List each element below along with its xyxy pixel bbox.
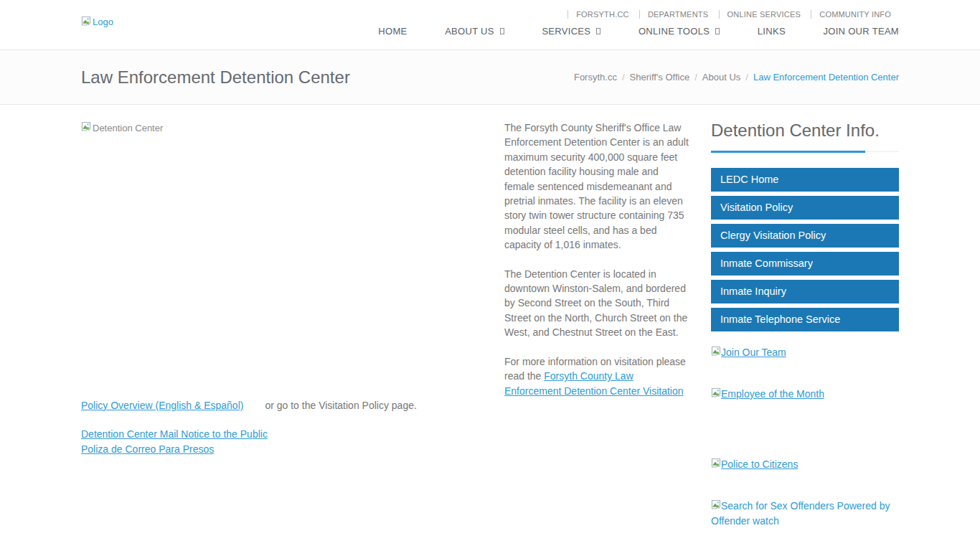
dropdown-box-icon [715, 28, 720, 34]
nav-join-our-team[interactable]: JOIN OUR TEAM [823, 26, 899, 37]
utility-nav-online-services[interactable]: ONLINE SERVICES [719, 10, 809, 19]
breadcrumb-sheriffs-office[interactable]: Sheriff's Office [630, 72, 690, 83]
employee-of-the-month-link[interactable]: Employee of the Month [711, 387, 899, 402]
poliza-correo-link[interactable]: Poliza de Correo Para Presos [81, 442, 214, 456]
broken-image-icon [711, 347, 721, 358]
utility-nav-departments[interactable]: DEPARTMENTS [639, 10, 716, 19]
dropdown-box-icon [596, 28, 600, 34]
breadcrumb-current: Law Enforcement Detention Center [753, 72, 899, 83]
mail-notice-links: Detention Center Mail Notice to the Publ… [81, 427, 689, 456]
breadcrumb: Forsyth.cc/Sheriff's Office/About Us/Law… [574, 72, 899, 83]
site-header: Logo FORSYTH.CC DEPARTMENTS ONLINE SERVI… [0, 0, 980, 50]
nav-links[interactable]: LINKS [758, 26, 786, 37]
nav-home[interactable]: HOME [378, 26, 407, 37]
sidebar-button-inmate-telephone-service[interactable]: Inmate Telephone Service [711, 308, 899, 331]
broken-image-icon [711, 458, 721, 470]
dropdown-box-icon [500, 28, 504, 34]
utility-nav-forsyth-cc[interactable]: FORSYTH.CC [567, 10, 637, 19]
utility-nav: FORSYTH.CC DEPARTMENTS ONLINE SERVICES C… [81, 10, 899, 19]
mail-notice-link[interactable]: Detention Center Mail Notice to the Publ… [81, 427, 268, 441]
join-our-team-link[interactable]: Join Our Team [711, 345, 899, 360]
sidebar-button-clergy-visitation-policy[interactable]: Clergy Visitation Policy [711, 224, 899, 248]
breadcrumb-forsyth-cc[interactable]: Forsyth.cc [574, 72, 617, 83]
sidebar-detention-center-info: Detention Center Info. LEDC Home Visitat… [711, 121, 899, 529]
main-content: Detention Center The Forsyth County Sher… [81, 121, 689, 471]
nav-online-tools[interactable]: ONLINE TOOLS [639, 26, 720, 37]
detention-center-image: Detention Center [81, 121, 163, 136]
broken-image-icon [81, 16, 91, 28]
utility-nav-community-info[interactable]: COMMUNITY INFO [811, 10, 899, 19]
nav-services[interactable]: SERVICES [542, 26, 600, 37]
police-to-citizens-link[interactable]: Police to Citizens [711, 457, 899, 472]
nav-about-us[interactable]: ABOUT US [445, 26, 504, 37]
main-nav: HOME ABOUT US SERVICES ONLINE TOOLS LINK… [81, 26, 899, 37]
title-band: Law Enforcement Detention Center Forsyth… [0, 50, 980, 105]
broken-image-icon [711, 500, 721, 512]
sex-offenders-search-link[interactable]: Search for Sex Offenders Powered by Offe… [711, 499, 899, 529]
sidebar-title: Detention Center Info. [711, 121, 899, 152]
site-logo[interactable]: Logo [81, 16, 113, 28]
sidebar-button-visitation-policy[interactable]: Visitation Policy [711, 196, 899, 220]
broken-image-icon [711, 388, 721, 400]
sidebar-button-ledc-home[interactable]: LEDC Home [711, 168, 899, 192]
logo-alt-text: Logo [93, 17, 113, 27]
sidebar-button-inmate-inquiry[interactable]: Inmate Inquiry [711, 280, 899, 303]
sidebar-button-inmate-commissary[interactable]: Inmate Commissary [711, 252, 899, 276]
broken-image-icon [81, 121, 91, 136]
breadcrumb-about-us[interactable]: About Us [702, 72, 740, 83]
page-title: Law Enforcement Detention Center [81, 67, 350, 88]
visitation-suffix-text: or go to the Visitation Policy page. [265, 400, 416, 411]
image-alt-text: Detention Center [93, 121, 163, 136]
